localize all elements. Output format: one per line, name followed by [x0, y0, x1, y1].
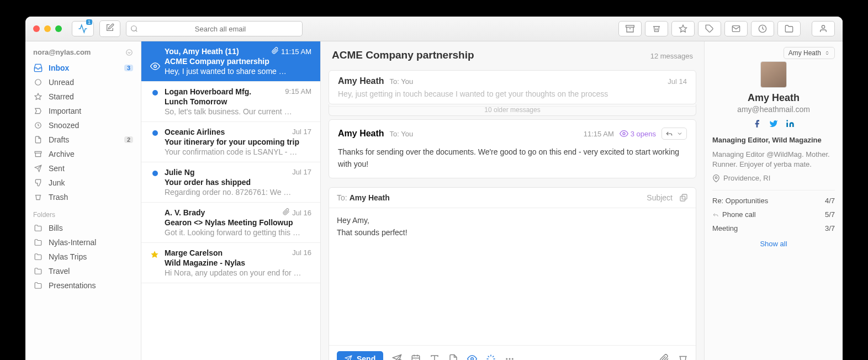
thread-time: Jul 16 [283, 208, 311, 217]
collapsed-message[interactable]: Amy Heath To: You Jul 14 Hey, just getti… [329, 70, 696, 104]
compose-panel: To: Amy Heath Subject Hey Amy, That soun… [329, 187, 696, 360]
reply-button[interactable] [661, 128, 687, 140]
svg-rect-38 [786, 123, 788, 127]
thread-time: Jul 17 [292, 168, 311, 177]
calendar-icon[interactable] [411, 354, 421, 360]
trash-button[interactable] [645, 21, 668, 36]
thread-preview: Got it. Looking forward to getting this … [165, 228, 311, 237]
svg-point-36 [509, 358, 511, 360]
more-icon[interactable] [505, 354, 515, 360]
compose-button[interactable] [99, 20, 120, 37]
maximize-window-button[interactable] [55, 25, 62, 32]
minimize-window-button[interactable] [44, 25, 51, 32]
sidebar-item-drafts[interactable]: Drafts2 [25, 133, 141, 147]
compose-subject[interactable]: Subject [647, 193, 673, 202]
folder-nylas-internal[interactable]: Nylas-Internal [25, 235, 141, 250]
thread-preview: Hi Nora, any updates on your end for … [165, 268, 311, 277]
star-icon [34, 93, 42, 100]
updown-icon [824, 50, 830, 56]
label-button[interactable] [698, 21, 721, 36]
thread-item[interactable]: A. V. BradyJul 16 Gearon <> Nylas Meetin… [141, 203, 320, 243]
thread-item[interactable]: Logan Hoverboard Mfg.9:15 AM Lunch Tomor… [141, 82, 320, 122]
folder-travel[interactable]: Travel [25, 264, 141, 278]
search-icon [130, 25, 138, 33]
folder-bills[interactable]: Bills [25, 221, 141, 235]
linkedin-icon[interactable] [786, 119, 795, 128]
tracking-icon[interactable] [467, 354, 477, 360]
sidebar-item-junk[interactable]: Junk [25, 176, 141, 190]
thread-time: Jul 16 [292, 248, 311, 257]
thread-time: Jul 17 [292, 128, 311, 136]
paperclip-icon [283, 208, 290, 215]
account-button[interactable] [812, 21, 835, 36]
account-email: nora@nylas.com [33, 48, 91, 56]
older-messages-button[interactable]: 10 older messages [329, 104, 696, 116]
mark-unread-button[interactable] [724, 21, 748, 36]
app-window: 1 nora@nylas.com I [25, 17, 843, 360]
tag-icon [705, 24, 714, 33]
paperclip-icon[interactable] [659, 354, 669, 360]
conversation-header: ACME Company partnership 12 messages [321, 41, 704, 67]
folder-icon [34, 282, 42, 289]
chevron-down-icon [676, 130, 683, 137]
eye-icon [620, 129, 628, 138]
folder-icon [34, 267, 42, 275]
thread-item[interactable]: Marge CarelsonJul 16 Wild Magazine - Nyl… [141, 243, 320, 283]
sidebar-item-label: Drafts [49, 135, 69, 144]
msg-to: To: You [390, 77, 414, 86]
folder-nylas-trips[interactable]: Nylas Trips [25, 250, 141, 264]
sidebar-item-trash[interactable]: Trash [25, 190, 141, 204]
sidebar-item-snoozed[interactable]: Snoozed [25, 118, 141, 133]
archive-icon [626, 24, 634, 33]
toolbar-action-group [618, 21, 801, 36]
twitter-icon[interactable] [769, 119, 778, 128]
template-icon[interactable] [448, 354, 458, 360]
thread-item[interactable]: You, Amy Heath (11)11:15 AM ACME Company… [141, 41, 320, 82]
facebook-icon[interactable] [753, 119, 761, 128]
thread-item[interactable]: Julie NgJul 17 Your order has shipped Re… [141, 162, 320, 203]
sidebar: nora@nylas.com Inbox 3 Unread Starred Im… [25, 41, 141, 360]
sidebar-item-archive[interactable]: Archive [25, 147, 141, 161]
sidebar-item-unread[interactable]: Unread [25, 75, 141, 89]
sidebar-item-label: Junk [49, 178, 65, 187]
eye-icon [150, 61, 160, 71]
related-item[interactable]: Meeting3/7 [712, 221, 835, 235]
related-item[interactable]: Phone call5/7 [712, 208, 835, 221]
sidebar-item-sent[interactable]: Sent [25, 161, 141, 176]
thread-preview: Your confirmation code is LSANYL - … [165, 147, 311, 156]
sidebar-item-important[interactable]: Important [25, 104, 141, 118]
popout-icon[interactable] [679, 193, 688, 202]
folder-presentations[interactable]: Presentations [25, 278, 141, 293]
chevron-down-icon [125, 49, 133, 56]
avatar [760, 61, 787, 88]
format-text-icon[interactable] [430, 354, 440, 360]
snooze-button[interactable] [751, 21, 774, 36]
compose-to-name[interactable]: Amy Heath [350, 193, 390, 202]
search-input[interactable] [126, 21, 303, 36]
thumbs-down-icon [34, 179, 42, 187]
send-later-icon[interactable] [392, 354, 402, 360]
compose-body[interactable]: Hey Amy, That sounds perfect! [329, 208, 696, 345]
close-window-button[interactable] [33, 25, 40, 32]
account-row[interactable]: nora@nylas.com [25, 46, 141, 61]
activity-button[interactable]: 1 [72, 21, 94, 36]
discard-icon[interactable] [678, 354, 688, 360]
star-button[interactable] [671, 21, 695, 36]
reminder-icon[interactable] [486, 354, 496, 360]
contact-selector[interactable]: Amy Heath [784, 47, 835, 59]
sidebar-item-inbox[interactable]: Inbox 3 [25, 61, 141, 75]
send-button[interactable]: Send [337, 351, 383, 360]
thread-item[interactable]: Oceanic AirlinesJul 17 Your itinerary fo… [141, 122, 320, 162]
svg-point-34 [471, 358, 474, 360]
sidebar-item-starred[interactable]: Starred [25, 89, 141, 104]
unread-dot-icon [152, 130, 158, 136]
svg-rect-13 [35, 151, 41, 153]
move-folder-button[interactable] [777, 21, 801, 36]
folders-header: Folders [25, 204, 141, 221]
archive-button[interactable] [618, 21, 642, 36]
contact-email: amy@heathmail.com [712, 105, 835, 114]
show-all-button[interactable]: Show all [712, 235, 835, 252]
related-item[interactable]: Re: Opportunities4/7 [712, 194, 835, 208]
conversation-subject: ACME Company partnership [332, 49, 474, 61]
star-icon [679, 24, 687, 33]
